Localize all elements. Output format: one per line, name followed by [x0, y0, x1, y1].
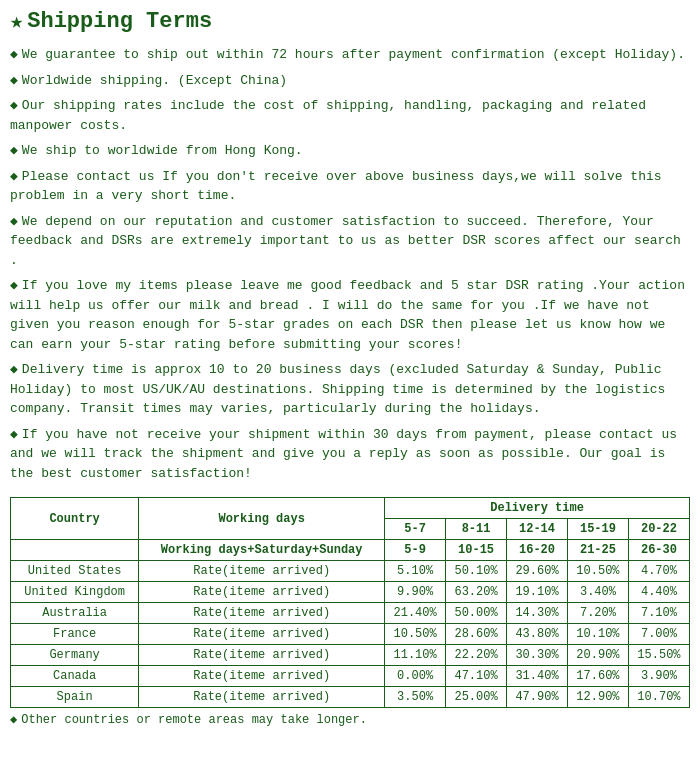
table-header-12-14: 12-14 — [507, 519, 568, 540]
bullet-5: Please contact us If you don't receive o… — [10, 167, 690, 206]
col6-cell: 10.50% — [568, 561, 629, 582]
table-subheader-empty — [11, 540, 139, 561]
rate-cell: Rate(iteme arrived) — [139, 624, 385, 645]
col4-cell: 47.10% — [446, 666, 507, 687]
rate-cell: Rate(iteme arrived) — [139, 561, 385, 582]
bullet-7: If you love my items please leave me goo… — [10, 276, 690, 354]
table-subheader-26-30: 26-30 — [628, 540, 689, 561]
col5-cell: 47.90% — [507, 687, 568, 708]
country-cell: Germany — [11, 645, 139, 666]
table-row: AustraliaRate(iteme arrived)21.40%50.00%… — [11, 603, 690, 624]
table-header-8-11: 8-11 — [446, 519, 507, 540]
col7-cell: 10.70% — [628, 687, 689, 708]
col7-cell: 7.00% — [628, 624, 689, 645]
bullet-3: Our shipping rates include the cost of s… — [10, 96, 690, 135]
bullet-9: If you have not receive your shipment wi… — [10, 425, 690, 484]
table-row: FranceRate(iteme arrived)10.50%28.60%43.… — [11, 624, 690, 645]
col5-cell: 29.60% — [507, 561, 568, 582]
col3-cell: 10.50% — [385, 624, 446, 645]
country-cell: Australia — [11, 603, 139, 624]
table-header-20-22: 20-22 — [628, 519, 689, 540]
table-row: CanadaRate(iteme arrived)0.00%47.10%31.4… — [11, 666, 690, 687]
col7-cell: 4.70% — [628, 561, 689, 582]
col4-cell: 22.20% — [446, 645, 507, 666]
col6-cell: 3.40% — [568, 582, 629, 603]
table-row: SpainRate(iteme arrived)3.50%25.00%47.90… — [11, 687, 690, 708]
col7-cell: 3.90% — [628, 666, 689, 687]
footer-note: Other countries or remote areas may take… — [10, 712, 690, 727]
bullet-6: We depend on our reputation and customer… — [10, 212, 690, 271]
bullet-8: Delivery time is approx 10 to 20 busines… — [10, 360, 690, 419]
col5-cell: 19.10% — [507, 582, 568, 603]
col4-cell: 63.20% — [446, 582, 507, 603]
col4-cell: 28.60% — [446, 624, 507, 645]
col7-cell: 4.40% — [628, 582, 689, 603]
col5-cell: 30.30% — [507, 645, 568, 666]
bullet-4: We ship to worldwide from Hong Kong. — [10, 141, 690, 161]
table-row: United StatesRate(iteme arrived)5.10%50.… — [11, 561, 690, 582]
table-subheader-16-20: 16-20 — [507, 540, 568, 561]
rate-cell: Rate(iteme arrived) — [139, 582, 385, 603]
country-cell: Canada — [11, 666, 139, 687]
col5-cell: 43.80% — [507, 624, 568, 645]
col6-cell: 12.90% — [568, 687, 629, 708]
col6-cell: 20.90% — [568, 645, 629, 666]
col6-cell: 10.10% — [568, 624, 629, 645]
table-row: United KingdomRate(iteme arrived)9.90%63… — [11, 582, 690, 603]
rate-cell: Rate(iteme arrived) — [139, 645, 385, 666]
table-subheader-weekends: Working days+Saturday+Sunday — [139, 540, 385, 561]
table-header-working-days: Working days — [139, 498, 385, 540]
col5-cell: 14.30% — [507, 603, 568, 624]
bullet-1: We guarantee to ship out within 72 hours… — [10, 45, 690, 65]
table-subheader-21-25: 21-25 — [568, 540, 629, 561]
shipping-table: Country Working days Delivery time 5-7 8… — [10, 497, 690, 708]
table-header-5-7: 5-7 — [385, 519, 446, 540]
col3-cell: 21.40% — [385, 603, 446, 624]
bullet-2: Worldwide shipping. (Except China) — [10, 71, 690, 91]
rate-cell: Rate(iteme arrived) — [139, 603, 385, 624]
table-header-15-19: 15-19 — [568, 519, 629, 540]
col6-cell: 7.20% — [568, 603, 629, 624]
bullet-section: We guarantee to ship out within 72 hours… — [10, 45, 690, 483]
country-cell: United Kingdom — [11, 582, 139, 603]
col4-cell: 25.00% — [446, 687, 507, 708]
col6-cell: 17.60% — [568, 666, 629, 687]
rate-cell: Rate(iteme arrived) — [139, 666, 385, 687]
page-title: ★ Shipping Terms — [10, 8, 690, 35]
title-text: Shipping Terms — [27, 9, 212, 34]
country-cell: United States — [11, 561, 139, 582]
table-row: GermanyRate(iteme arrived)11.10%22.20%30… — [11, 645, 690, 666]
col3-cell: 3.50% — [385, 687, 446, 708]
col7-cell: 15.50% — [628, 645, 689, 666]
table-header-country: Country — [11, 498, 139, 540]
col4-cell: 50.00% — [446, 603, 507, 624]
col3-cell: 0.00% — [385, 666, 446, 687]
table-subheader-5-9: 5-9 — [385, 540, 446, 561]
table-header-delivery-time: Delivery time — [385, 498, 690, 519]
col3-cell: 11.10% — [385, 645, 446, 666]
country-cell: France — [11, 624, 139, 645]
col4-cell: 50.10% — [446, 561, 507, 582]
star-icon: ★ — [10, 8, 23, 35]
col3-cell: 5.10% — [385, 561, 446, 582]
col7-cell: 7.10% — [628, 603, 689, 624]
col3-cell: 9.90% — [385, 582, 446, 603]
rate-cell: Rate(iteme arrived) — [139, 687, 385, 708]
country-cell: Spain — [11, 687, 139, 708]
table-subheader-10-15: 10-15 — [446, 540, 507, 561]
col5-cell: 31.40% — [507, 666, 568, 687]
